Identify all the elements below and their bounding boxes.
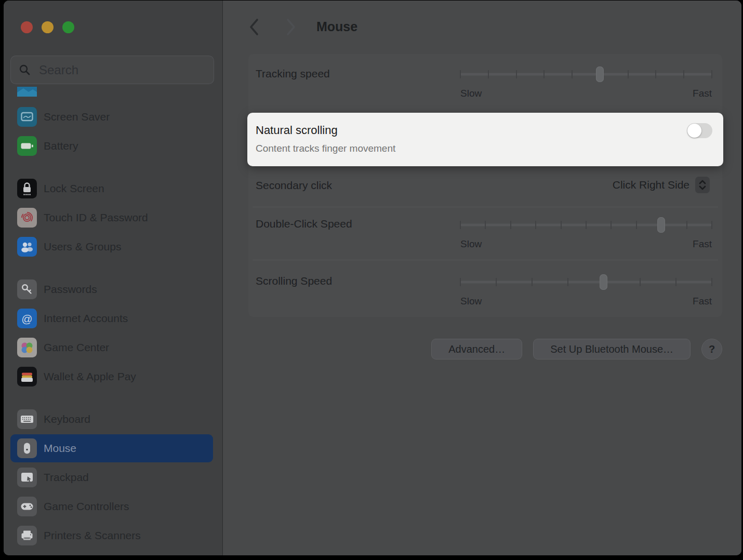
- scrolling-speed-slider[interactable]: [460, 274, 712, 290]
- wallpaper-icon: [17, 87, 37, 97]
- slider-track: [460, 73, 712, 76]
- mouse-settings-panel: Mouse Tracking speed Slow Fast Natural s…: [223, 1, 741, 555]
- sidebar-item-game-controllers[interactable]: Game Controllers: [4, 492, 222, 521]
- slow-label: Slow: [460, 296, 482, 307]
- sidebar-item-battery[interactable]: Battery: [4, 131, 222, 161]
- mouse-icon: [17, 438, 37, 458]
- mouse-settings-group: Tracking speed Slow Fast Natural scrolli…: [248, 54, 722, 317]
- advanced-button[interactable]: Advanced…: [431, 339, 522, 359]
- sidebar-item-label: Trackpad: [44, 471, 89, 484]
- chevron-right-icon: [285, 18, 297, 36]
- sidebar-nav: Screen Saver Battery Lock Screen Touch I…: [4, 87, 222, 550]
- sidebar-item-label: Wallet & Apple Pay: [44, 370, 136, 383]
- chevron-up-icon: [699, 180, 706, 184]
- sidebar: Screen Saver Battery Lock Screen Touch I…: [4, 1, 223, 555]
- page-title: Mouse: [316, 19, 357, 34]
- sidebar-item-trackpad[interactable]: Trackpad: [4, 463, 222, 492]
- sidebar-item-label: Battery: [44, 140, 78, 152]
- secondary-click-label: Secondary click: [256, 179, 332, 192]
- slider-thumb[interactable]: [596, 66, 604, 82]
- double-click-speed-label: Double-Click Speed: [256, 217, 352, 231]
- gamepad-icon: [17, 497, 37, 516]
- sidebar-item-label: Touch ID & Password: [44, 211, 148, 224]
- chevron-left-icon: [248, 18, 260, 36]
- natural-scrolling-toggle[interactable]: [687, 123, 712, 138]
- setup-bluetooth-mouse-button[interactable]: Set Up Bluetooth Mouse…: [533, 339, 691, 359]
- sidebar-item-label: Passwords: [44, 283, 97, 296]
- sidebar-item-label: Game Center: [44, 341, 109, 354]
- system-settings-window: Screen Saver Battery Lock Screen Touch I…: [4, 1, 741, 555]
- footer-actions: Advanced… Set Up Bluetooth Mouse… ?: [248, 339, 722, 359]
- sidebar-item-game-center[interactable]: Game Center: [4, 333, 222, 362]
- sidebar-item-label: Keyboard: [44, 413, 90, 425]
- natural-scrolling-title: Natural scrolling: [256, 123, 338, 138]
- sidebar-item-label: Lock Screen: [44, 182, 104, 195]
- search-input[interactable]: [38, 62, 206, 78]
- scrolling-speed-scale: Slow Fast: [460, 296, 712, 307]
- forward-button[interactable]: [282, 18, 300, 36]
- help-button[interactable]: ?: [701, 339, 722, 359]
- sidebar-item-label: Mouse: [44, 442, 76, 455]
- chevron-down-icon: [699, 185, 706, 190]
- at-sign-icon: @: [17, 309, 37, 328]
- sidebar-item-screen-saver[interactable]: Screen Saver: [4, 102, 222, 131]
- sidebar-item-touch-id[interactable]: Touch ID & Password: [4, 203, 222, 232]
- sidebar-item-label: Game Controllers: [44, 500, 129, 513]
- double-click-speed-scale: Slow Fast: [460, 238, 712, 250]
- sidebar-item-wallet[interactable]: Wallet & Apple Pay: [4, 362, 222, 391]
- trackpad-icon: [17, 468, 37, 487]
- sidebar-item-lock-screen[interactable]: Lock Screen: [4, 174, 222, 203]
- tracking-speed-scale: Slow Fast: [460, 88, 712, 99]
- sidebar-item-label: Internet Accounts: [44, 312, 128, 325]
- minimize-window-button[interactable]: [42, 21, 54, 33]
- zoom-window-button[interactable]: [62, 21, 74, 33]
- sidebar-item-label: Users & Groups: [44, 241, 121, 253]
- scrolling-speed-label: Scrolling Speed: [256, 274, 332, 288]
- window-controls: [21, 21, 74, 33]
- search-icon: [19, 64, 31, 76]
- sidebar-item-partial[interactable]: [4, 87, 222, 97]
- slow-label: Slow: [460, 88, 482, 99]
- keyboard-icon: [17, 409, 37, 429]
- divider: [253, 260, 718, 260]
- tracking-speed-label: Tracking speed: [256, 67, 330, 81]
- fast-label: Fast: [693, 238, 712, 250]
- sidebar-item-mouse[interactable]: Mouse: [10, 434, 213, 462]
- slider-thumb[interactable]: [657, 217, 665, 233]
- sidebar-item-printers-scanners[interactable]: Printers & Scanners: [4, 521, 222, 550]
- key-icon: [17, 279, 37, 299]
- sidebar-item-keyboard[interactable]: Keyboard: [4, 405, 222, 434]
- screen-saver-icon: [17, 107, 37, 127]
- tracking-speed-slider[interactable]: [460, 66, 712, 82]
- secondary-click-value: Click Right Side: [613, 179, 689, 191]
- select-stepper[interactable]: [695, 177, 710, 193]
- users-icon: [17, 237, 37, 257]
- game-center-bubbles-icon: [17, 338, 37, 357]
- battery-icon: [17, 136, 37, 156]
- double-click-speed-slider[interactable]: [460, 217, 712, 233]
- toggle-knob: [687, 124, 701, 138]
- sidebar-item-label: Printers & Scanners: [44, 529, 141, 542]
- lock-icon: [17, 179, 37, 198]
- divider: [253, 207, 718, 207]
- fast-label: Fast: [693, 88, 712, 99]
- svg-text:@: @: [21, 313, 32, 325]
- slider-thumb[interactable]: [600, 274, 607, 290]
- search-field[interactable]: [10, 56, 214, 84]
- natural-scrolling-subtitle: Content tracks finger movement: [256, 143, 395, 154]
- natural-scrolling-row: Natural scrolling Content tracks finger …: [247, 113, 723, 166]
- slow-label: Slow: [460, 238, 482, 250]
- sidebar-item-internet-accounts[interactable]: @ Internet Accounts: [4, 304, 222, 333]
- fingerprint-icon: [17, 208, 37, 228]
- sidebar-item-users-groups[interactable]: Users & Groups: [4, 232, 222, 261]
- printer-icon: [17, 526, 37, 545]
- back-button[interactable]: [245, 18, 263, 36]
- close-window-button[interactable]: [21, 21, 33, 33]
- wallet-icon: [17, 367, 37, 386]
- secondary-click-select[interactable]: Click Right Side: [613, 177, 710, 193]
- sidebar-item-label: Screen Saver: [44, 111, 110, 123]
- fast-label: Fast: [693, 296, 712, 307]
- sidebar-item-passwords[interactable]: Passwords: [4, 275, 222, 304]
- slider-track: [460, 281, 712, 284]
